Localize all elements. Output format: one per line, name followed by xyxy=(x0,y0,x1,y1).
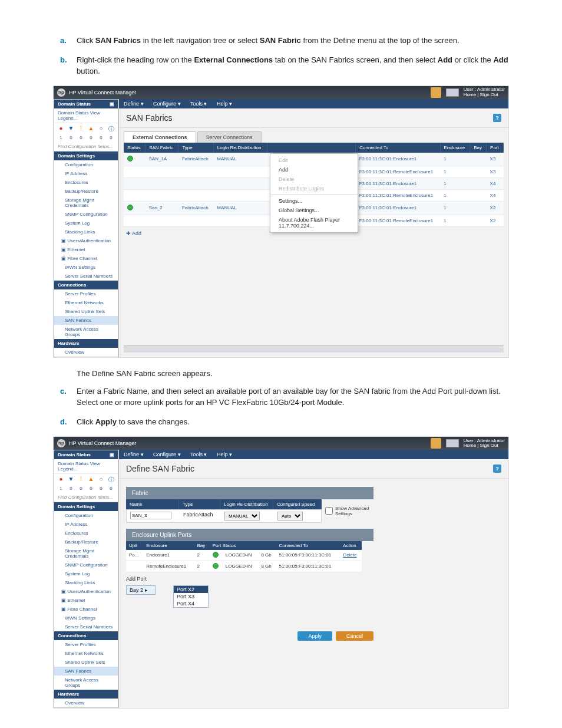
col-san-fabric[interactable]: SAN Fabric xyxy=(146,143,178,153)
hardware-header[interactable]: Hardware xyxy=(54,339,118,348)
menu-define[interactable]: Define ▾ xyxy=(124,101,144,107)
sidebar-item[interactable]: System Log xyxy=(54,569,118,578)
connections-header[interactable]: Connections xyxy=(54,281,118,289)
tab-external-connections[interactable]: External Connections xyxy=(124,131,196,143)
sidebar-item[interactable]: SNMP Configuration xyxy=(54,210,118,219)
sidebar-item[interactable]: IP Address xyxy=(54,520,118,529)
col-login: Login Re-Distribution xyxy=(220,499,273,509)
sidebar-item[interactable]: Shared Uplink Sets xyxy=(54,658,118,667)
sidebar-item[interactable]: Server Profiles xyxy=(54,640,118,649)
col-status[interactable]: Status xyxy=(124,143,146,153)
sidebar-item[interactable]: WWN Settings xyxy=(54,263,118,272)
speed-select[interactable]: Auto xyxy=(277,512,303,521)
apply-button[interactable]: Apply xyxy=(297,631,332,641)
sidebar-item[interactable]: ▣ Users/Authentication xyxy=(54,587,118,596)
sidebar-item[interactable]: Configuration xyxy=(54,160,118,169)
sidebar-item[interactable]: Overview xyxy=(54,699,118,707)
ctx-add[interactable]: Add xyxy=(270,165,358,174)
col-port[interactable]: Port xyxy=(487,143,504,153)
sidebar-item[interactable]: ▣ Fibre Channel xyxy=(54,254,118,263)
search-input[interactable]: Find Configuration Items... xyxy=(54,493,118,502)
sidebar-item[interactable]: Shared Uplink Sets xyxy=(54,307,118,316)
sidebar-item[interactable]: Ethernet Networks xyxy=(54,298,118,307)
home-icon[interactable] xyxy=(431,87,441,98)
domain-settings-header[interactable]: Domain Settings xyxy=(54,151,118,160)
menu-help[interactable]: Help ▾ xyxy=(217,452,232,457)
sidebar-item[interactable]: Backup/Restore xyxy=(54,187,118,196)
sidebar-item[interactable]: ▣ Fibre Channel xyxy=(54,605,118,614)
sidebar-item-san-fabrics[interactable]: SAN Fabrics xyxy=(54,667,118,676)
domain-status-link[interactable]: Domain Status View Legend... xyxy=(58,110,114,121)
sidebar-item[interactable]: Ethernet Networks xyxy=(54,649,118,658)
sidebar-item-san-fabrics[interactable]: SAN Fabrics xyxy=(54,316,118,325)
sidebar-item[interactable]: Enclosures xyxy=(54,178,118,187)
sidebar-item[interactable]: Network Access Groups xyxy=(54,325,118,339)
sidebar-item[interactable]: Stacking Links xyxy=(54,578,118,587)
sidebar-item[interactable]: Storage Mgmt Credentials xyxy=(54,546,118,561)
sidebar-item[interactable]: Enclosures xyxy=(54,529,118,538)
col-type[interactable]: Type xyxy=(178,143,213,153)
sidebar-item[interactable]: Stacking Links xyxy=(54,228,118,236)
step-c-text: Enter a Fabric Name, and then select an … xyxy=(77,387,501,407)
connections-header[interactable]: Connections xyxy=(54,631,118,640)
cancel-button[interactable]: Cancel xyxy=(336,631,373,641)
tab-server-connections[interactable]: Server Connections xyxy=(197,131,262,143)
step-c-marker: c. xyxy=(60,386,67,397)
sidebar-item[interactable]: Backup/Restore xyxy=(54,538,118,546)
sidebar-item[interactable]: System Log xyxy=(54,219,118,228)
flag-icon[interactable] xyxy=(446,439,459,447)
sidebar-item[interactable]: ▣ Ethernet xyxy=(54,596,118,605)
sidebar-item[interactable]: ▣ Users/Authentication xyxy=(54,236,118,245)
sidebar-item[interactable]: Configuration xyxy=(54,511,118,520)
ctx-edit: Edit xyxy=(270,156,358,165)
sidebar-item[interactable]: Server Serial Numbers xyxy=(54,622,118,631)
delete-link[interactable]: Delete xyxy=(343,552,356,558)
sidebar-item[interactable]: WWN Settings xyxy=(54,614,118,622)
sidebar-item[interactable]: Server Serial Numbers xyxy=(54,272,118,281)
ctx-settings[interactable]: Settings... xyxy=(270,196,358,206)
collapse-icon[interactable]: ▣ xyxy=(110,101,114,107)
ctx-about-flash[interactable]: About Adobe Flash Player 11.7.700.224... xyxy=(270,215,358,230)
fabric-type-cell: FabricAttach xyxy=(180,510,221,522)
menu-bar: Define ▾ Configure ▾ Tools ▾ Help ▾ xyxy=(119,99,508,108)
fabric-name-input[interactable] xyxy=(130,512,171,519)
sidebar-item[interactable]: SNMP Configuration xyxy=(54,561,118,569)
menu-define[interactable]: Define ▾ xyxy=(124,452,144,457)
bay-select[interactable]: Bay 2 ▸ xyxy=(126,585,156,595)
menu-configure[interactable]: Configure ▾ xyxy=(153,452,181,457)
adv-settings-checkbox[interactable] xyxy=(325,507,333,515)
collapse-icon[interactable]: ▣ xyxy=(110,452,114,457)
col-bay[interactable]: Bay xyxy=(470,143,487,153)
uplink-row[interactable]: Po...Enclosure12 LOGGED-IN8 Gb51:00:05:F… xyxy=(126,550,362,561)
port-option[interactable]: Port X4 xyxy=(174,600,208,607)
menu-tools[interactable]: Tools ▾ xyxy=(190,101,207,107)
port-option[interactable]: Port X3 xyxy=(174,593,208,600)
menu-tools[interactable]: Tools ▾ xyxy=(190,452,207,457)
col-login[interactable]: Login Re-Distribution xyxy=(213,143,267,153)
login-dist-select[interactable]: MANUAL xyxy=(224,512,260,521)
sidebar-item[interactable]: Network Access Groups xyxy=(54,676,118,690)
sidebar-item[interactable]: Storage Mgmt Credentials xyxy=(54,196,118,210)
home-icon[interactable] xyxy=(431,438,441,449)
menu-configure[interactable]: Configure ▾ xyxy=(153,101,181,107)
sidebar-item[interactable]: ▣ Ethernet xyxy=(54,245,118,254)
sidebar-item[interactable]: Overview xyxy=(54,348,118,357)
col-enclosure[interactable]: Enclosure xyxy=(440,143,470,153)
scrollbar[interactable] xyxy=(124,345,504,353)
menu-help[interactable]: Help ▾ xyxy=(217,101,232,107)
uplink-row[interactable]: RemoteEnclosure12 LOGGED-IN8 Gb51:00:05:… xyxy=(126,561,362,572)
flag-icon[interactable] xyxy=(446,88,459,97)
sidebar-item[interactable]: IP Address xyxy=(54,169,118,178)
domain-status-link[interactable]: Domain Status View Legend... xyxy=(58,461,114,472)
context-menu: Edit Add Delete Redistribute Logins Sett… xyxy=(270,153,358,233)
search-input[interactable]: Find Configuration Items... xyxy=(54,142,118,151)
status-nums: 100000 xyxy=(54,135,118,142)
hardware-header[interactable]: Hardware xyxy=(54,690,118,699)
domain-settings-header[interactable]: Domain Settings xyxy=(54,502,118,511)
port-option[interactable]: Port X2 xyxy=(174,586,208,593)
sidebar-item[interactable]: Server Profiles xyxy=(54,289,118,298)
help-icon[interactable]: ? xyxy=(493,114,501,122)
help-icon[interactable]: ? xyxy=(493,465,501,473)
ctx-global-settings[interactable]: Global Settings... xyxy=(270,206,358,215)
col-connected[interactable]: Connected To xyxy=(356,143,440,153)
